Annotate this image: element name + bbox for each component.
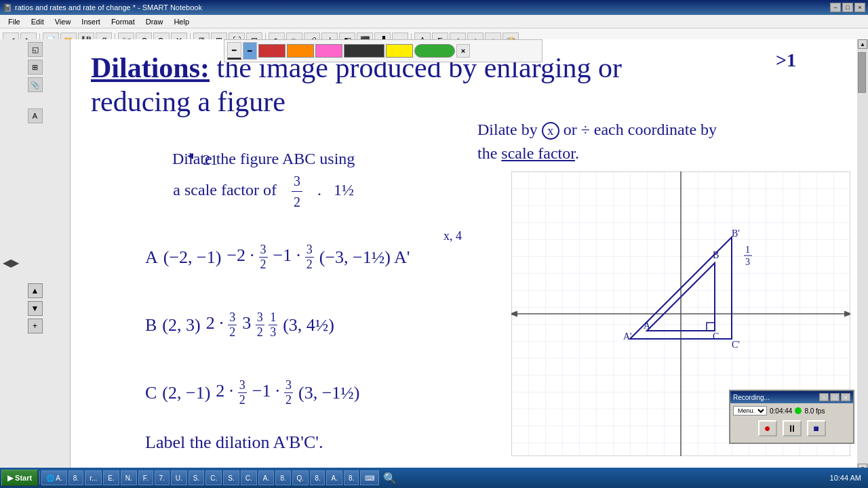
taskbar-item-1[interactable]: 🌐 A. [41,470,67,485]
frac-C1: 3 2 [238,378,247,407]
point-C-calc2: −1 · 3 2 [252,378,293,407]
point-C-label: C [145,383,157,403]
menu-insert[interactable]: Insert [76,16,106,27]
recording-fps: 8.0 fps [804,407,825,415]
point-B-coords: (2, 3) [162,315,200,336]
point-C-result: (3, −1½) [298,383,359,403]
taskbar-item-16[interactable]: 8. [310,470,325,485]
taskbar-item-15[interactable]: Q. [292,470,309,485]
recording-close[interactable]: × [841,393,850,401]
start-button[interactable]: ▶ Start [1,470,38,486]
menu-format[interactable]: Format [106,16,140,27]
taskbar-item-7[interactable]: 7. [155,470,170,485]
sidebar-btn-3[interactable]: 📎 [28,77,43,92]
taskbar-item-5[interactable]: N. [121,470,137,485]
taskbar-item-6[interactable]: F. [138,470,153,485]
titlebar-title: 📓 ratios and rates and rate of change * … [3,3,202,12]
point-A-label: A [145,247,158,268]
recording-restore[interactable]: □ [830,393,840,401]
taskbar: ▶ Start 🌐 A. 8. r... E. N. F. 7. U. S. C… [0,468,868,488]
point-C-coords: (2, −1) [162,383,210,403]
frac-B1: 3 2 [228,310,237,340]
fraction-numerator: 3 [292,171,302,192]
pen-color-orange[interactable] [287,44,314,58]
left-sidebar: ◱ ⊞ 📎 A ▲ ▼ + ◀▶ [0,39,71,473]
point-A-calc2: −1 · 3 2 [273,243,314,272]
point-A-coords: (−2, −1) [163,247,222,268]
pen-toolbar-close[interactable]: × [456,44,470,58]
app-icon: 📓 [3,3,12,12]
recording-status-dot [795,407,802,414]
taskbar-item-17[interactable]: A. [326,470,342,485]
pen-style-1[interactable]: ━ [227,42,241,60]
taskbar-item-9[interactable]: S. [189,470,204,485]
page-down-arrow[interactable]: ▼ [28,301,43,316]
recording-info-row: Menu... 0:04:44 8.0 fps [733,406,850,415]
fraction-denominator: 2 [292,192,302,212]
menu-help[interactable]: Help [168,16,195,27]
menubar: File Edit View Insert Format Draw Help [0,15,868,28]
menu-view[interactable]: View [50,16,77,27]
point-B-calc2: 3 3 2 1 3 [242,310,277,340]
pen-color-green[interactable] [414,44,455,58]
sidebar-btn-2[interactable]: ⊞ [28,60,43,75]
pen-color-darkpen[interactable] [344,44,384,58]
recording-window-controls: − □ × [819,393,850,401]
recording-record-button[interactable]: ● [758,420,777,436]
menu-draw[interactable]: Draw [140,16,169,27]
scroll-up-arrow[interactable]: ▲ [858,39,867,49]
window-title: ratios and rates and rate of change * - … [15,3,202,12]
taskbar-item-4[interactable]: E. [103,470,119,485]
taskbar-item-12[interactable]: C. [241,470,257,485]
sidebar-btn-1[interactable]: ◱ [28,42,43,57]
pen-color-yellow[interactable] [386,44,413,58]
pen-style-2[interactable]: ━ [243,42,257,60]
taskbar-sep [39,471,40,485]
vertical-scrollbar: ▲ ▼ [857,39,868,473]
svg-text:C: C [713,331,719,342]
point-B-row: B (2, 3) 2 · 3 2 3 3 2 1 3 [145,310,334,340]
pen-color-pink[interactable] [315,44,342,58]
recording-panel: Recording... − □ × Menu... 0:04:44 8.0 f… [729,390,854,444]
frac-C2: 3 2 [284,378,293,407]
maximize-button[interactable]: □ [842,3,853,12]
taskbar-item-18[interactable]: 8. [344,470,359,485]
pen-color-red[interactable] [258,44,285,58]
minimize-button[interactable]: − [830,3,841,12]
point-A-row: A (−2, −1) −2 · 3 2 −1 · 3 2 (−3, −1½) A… [145,243,410,272]
menu-file[interactable]: File [3,16,26,27]
taskbar-item-8[interactable]: U. [171,470,187,485]
point-A-calc1: −2 · 3 2 [226,243,267,272]
page-add-arrow[interactable]: + [28,319,43,333]
taskbar-search-icon[interactable]: 🔍 [383,472,397,485]
taskbar-item-13[interactable]: A. [258,470,274,485]
pen-toolbar: ━ ━ × [224,39,542,62]
taskbar-item-keyboard[interactable]: ⌨ [360,470,379,485]
sidebar-btn-4[interactable]: A [28,108,43,123]
recording-stop-button[interactable]: ■ [807,420,826,436]
taskbar-time: 10:44 AM [825,474,867,482]
taskbar-item-14[interactable]: 8. [275,470,290,485]
label-instruction: Label the dilation A'B'C'. [145,432,323,453]
scroll-thumb[interactable] [858,52,866,93]
dilate-rule-line1: Dilate by x or ÷ each coordinate by [477,121,717,140]
menu-edit[interactable]: Edit [26,16,50,27]
svg-text:3: 3 [745,257,750,267]
recording-titlebar: Recording... − □ × [730,391,853,403]
dilations-label: Dilations: [91,52,210,83]
scroll-track [857,49,868,464]
taskbar-item-10[interactable]: C. [205,470,222,485]
taskbar-item-3[interactable]: r... [85,470,102,485]
recording-menu-dropdown[interactable]: Menu... [733,406,767,415]
close-button[interactable]: × [854,3,865,12]
recording-minimize[interactable]: − [819,393,829,401]
x-circle: x [542,122,559,140]
scale-factor-text: scale factor [501,144,575,162]
point-C-row: C (2, −1) 2 · 3 2 −1 · 3 2 (3, −1½) [145,378,359,407]
recording-pause-button[interactable]: ⏸ [783,420,802,436]
taskbar-item-2[interactable]: 8. [68,470,83,485]
page-up-arrow[interactable]: ▲ [28,283,43,298]
title-line2: reducing a figure [91,85,285,118]
taskbar-item-11[interactable]: S. [223,470,239,485]
point-B-label: B [145,315,157,336]
